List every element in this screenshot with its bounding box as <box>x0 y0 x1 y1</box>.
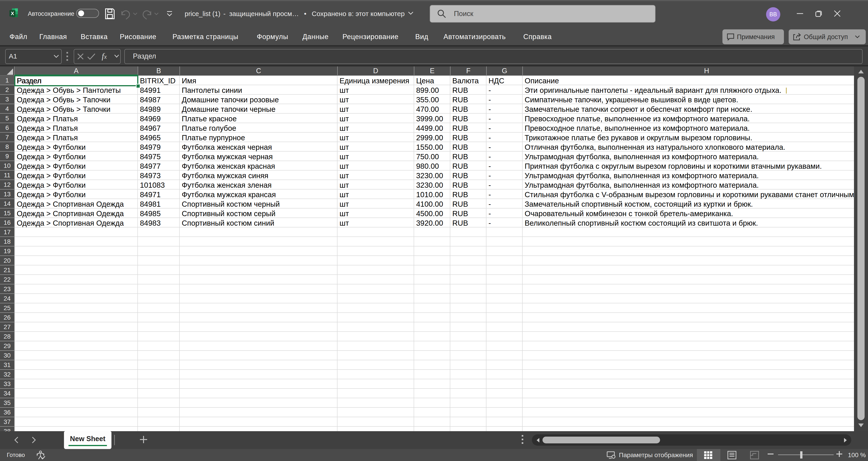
svg-text:X: X <box>11 11 14 16</box>
